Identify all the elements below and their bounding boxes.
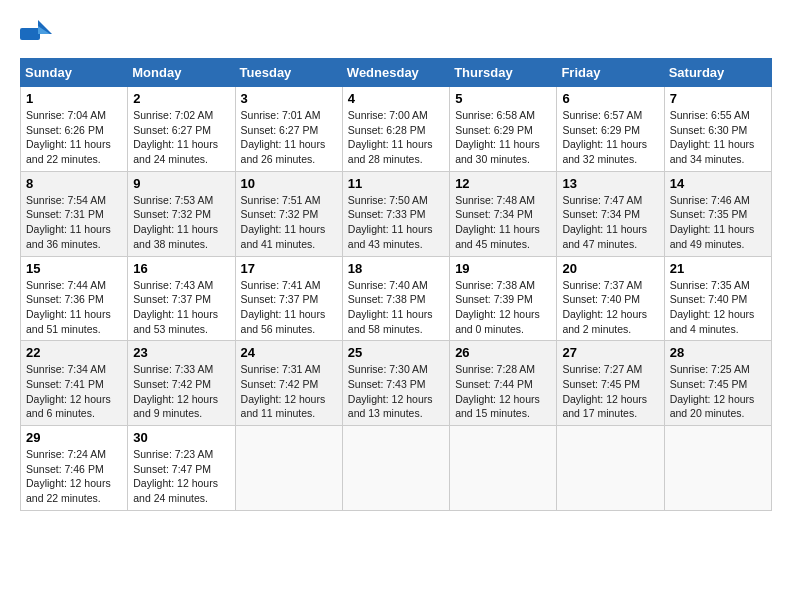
day-number: 24 — [241, 345, 337, 360]
day-info: Sunrise: 7:51 AM Sunset: 7:32 PM Dayligh… — [241, 193, 337, 252]
calendar-cell — [664, 426, 771, 511]
day-info: Sunrise: 7:35 AM Sunset: 7:40 PM Dayligh… — [670, 278, 766, 337]
day-info: Sunrise: 7:01 AM Sunset: 6:27 PM Dayligh… — [241, 108, 337, 167]
day-of-week-header: Thursday — [450, 59, 557, 87]
day-of-week-header: Tuesday — [235, 59, 342, 87]
day-info: Sunrise: 7:02 AM Sunset: 6:27 PM Dayligh… — [133, 108, 229, 167]
calendar-cell: 7Sunrise: 6:55 AM Sunset: 6:30 PM Daylig… — [664, 87, 771, 172]
day-info: Sunrise: 7:27 AM Sunset: 7:45 PM Dayligh… — [562, 362, 658, 421]
day-of-week-header: Monday — [128, 59, 235, 87]
day-number: 14 — [670, 176, 766, 191]
day-number: 21 — [670, 261, 766, 276]
day-number: 19 — [455, 261, 551, 276]
calendar-week-row: 15Sunrise: 7:44 AM Sunset: 7:36 PM Dayli… — [21, 256, 772, 341]
day-number: 5 — [455, 91, 551, 106]
day-of-week-header: Saturday — [664, 59, 771, 87]
svg-rect-0 — [20, 28, 40, 40]
calendar-cell: 18Sunrise: 7:40 AM Sunset: 7:38 PM Dayli… — [342, 256, 449, 341]
day-info: Sunrise: 6:58 AM Sunset: 6:29 PM Dayligh… — [455, 108, 551, 167]
calendar-cell: 26Sunrise: 7:28 AM Sunset: 7:44 PM Dayli… — [450, 341, 557, 426]
day-number: 18 — [348, 261, 444, 276]
day-number: 17 — [241, 261, 337, 276]
day-info: Sunrise: 6:55 AM Sunset: 6:30 PM Dayligh… — [670, 108, 766, 167]
day-number: 20 — [562, 261, 658, 276]
calendar-cell: 3Sunrise: 7:01 AM Sunset: 6:27 PM Daylig… — [235, 87, 342, 172]
day-info: Sunrise: 7:33 AM Sunset: 7:42 PM Dayligh… — [133, 362, 229, 421]
day-info: Sunrise: 7:53 AM Sunset: 7:32 PM Dayligh… — [133, 193, 229, 252]
calendar-cell — [342, 426, 449, 511]
calendar-cell: 6Sunrise: 6:57 AM Sunset: 6:29 PM Daylig… — [557, 87, 664, 172]
day-info: Sunrise: 7:43 AM Sunset: 7:37 PM Dayligh… — [133, 278, 229, 337]
day-info: Sunrise: 7:37 AM Sunset: 7:40 PM Dayligh… — [562, 278, 658, 337]
calendar-cell: 24Sunrise: 7:31 AM Sunset: 7:42 PM Dayli… — [235, 341, 342, 426]
day-info: Sunrise: 7:48 AM Sunset: 7:34 PM Dayligh… — [455, 193, 551, 252]
calendar-cell: 8Sunrise: 7:54 AM Sunset: 7:31 PM Daylig… — [21, 171, 128, 256]
day-number: 29 — [26, 430, 122, 445]
day-info: Sunrise: 7:40 AM Sunset: 7:38 PM Dayligh… — [348, 278, 444, 337]
calendar-cell: 9Sunrise: 7:53 AM Sunset: 7:32 PM Daylig… — [128, 171, 235, 256]
calendar-cell: 25Sunrise: 7:30 AM Sunset: 7:43 PM Dayli… — [342, 341, 449, 426]
calendar-cell: 5Sunrise: 6:58 AM Sunset: 6:29 PM Daylig… — [450, 87, 557, 172]
calendar-cell: 14Sunrise: 7:46 AM Sunset: 7:35 PM Dayli… — [664, 171, 771, 256]
day-info: Sunrise: 7:24 AM Sunset: 7:46 PM Dayligh… — [26, 447, 122, 506]
calendar-cell: 4Sunrise: 7:00 AM Sunset: 6:28 PM Daylig… — [342, 87, 449, 172]
calendar-cell: 20Sunrise: 7:37 AM Sunset: 7:40 PM Dayli… — [557, 256, 664, 341]
day-number: 22 — [26, 345, 122, 360]
calendar-week-row: 22Sunrise: 7:34 AM Sunset: 7:41 PM Dayli… — [21, 341, 772, 426]
logo — [20, 20, 56, 48]
calendar-header-row: SundayMondayTuesdayWednesdayThursdayFrid… — [21, 59, 772, 87]
header — [20, 20, 772, 48]
day-number: 26 — [455, 345, 551, 360]
calendar-cell: 19Sunrise: 7:38 AM Sunset: 7:39 PM Dayli… — [450, 256, 557, 341]
calendar-cell: 1Sunrise: 7:04 AM Sunset: 6:26 PM Daylig… — [21, 87, 128, 172]
day-number: 3 — [241, 91, 337, 106]
day-number: 10 — [241, 176, 337, 191]
day-info: Sunrise: 7:41 AM Sunset: 7:37 PM Dayligh… — [241, 278, 337, 337]
calendar-cell: 28Sunrise: 7:25 AM Sunset: 7:45 PM Dayli… — [664, 341, 771, 426]
day-number: 30 — [133, 430, 229, 445]
day-of-week-header: Sunday — [21, 59, 128, 87]
day-info: Sunrise: 7:44 AM Sunset: 7:36 PM Dayligh… — [26, 278, 122, 337]
calendar-cell — [450, 426, 557, 511]
calendar-cell: 27Sunrise: 7:27 AM Sunset: 7:45 PM Dayli… — [557, 341, 664, 426]
calendar-week-row: 29Sunrise: 7:24 AM Sunset: 7:46 PM Dayli… — [21, 426, 772, 511]
day-number: 13 — [562, 176, 658, 191]
day-info: Sunrise: 7:25 AM Sunset: 7:45 PM Dayligh… — [670, 362, 766, 421]
calendar-week-row: 8Sunrise: 7:54 AM Sunset: 7:31 PM Daylig… — [21, 171, 772, 256]
day-info: Sunrise: 7:28 AM Sunset: 7:44 PM Dayligh… — [455, 362, 551, 421]
calendar-cell: 29Sunrise: 7:24 AM Sunset: 7:46 PM Dayli… — [21, 426, 128, 511]
day-info: Sunrise: 7:04 AM Sunset: 6:26 PM Dayligh… — [26, 108, 122, 167]
day-info: Sunrise: 7:47 AM Sunset: 7:34 PM Dayligh… — [562, 193, 658, 252]
day-number: 23 — [133, 345, 229, 360]
calendar-cell: 10Sunrise: 7:51 AM Sunset: 7:32 PM Dayli… — [235, 171, 342, 256]
day-info: Sunrise: 7:38 AM Sunset: 7:39 PM Dayligh… — [455, 278, 551, 337]
calendar-cell: 11Sunrise: 7:50 AM Sunset: 7:33 PM Dayli… — [342, 171, 449, 256]
day-number: 2 — [133, 91, 229, 106]
calendar-cell: 30Sunrise: 7:23 AM Sunset: 7:47 PM Dayli… — [128, 426, 235, 511]
day-of-week-header: Friday — [557, 59, 664, 87]
day-number: 27 — [562, 345, 658, 360]
day-number: 12 — [455, 176, 551, 191]
day-info: Sunrise: 7:54 AM Sunset: 7:31 PM Dayligh… — [26, 193, 122, 252]
day-info: Sunrise: 7:46 AM Sunset: 7:35 PM Dayligh… — [670, 193, 766, 252]
day-number: 7 — [670, 91, 766, 106]
day-of-week-header: Wednesday — [342, 59, 449, 87]
day-info: Sunrise: 7:34 AM Sunset: 7:41 PM Dayligh… — [26, 362, 122, 421]
day-number: 11 — [348, 176, 444, 191]
day-number: 9 — [133, 176, 229, 191]
calendar-cell: 17Sunrise: 7:41 AM Sunset: 7:37 PM Dayli… — [235, 256, 342, 341]
logo-icon — [20, 20, 52, 48]
day-info: Sunrise: 7:31 AM Sunset: 7:42 PM Dayligh… — [241, 362, 337, 421]
day-number: 15 — [26, 261, 122, 276]
day-number: 28 — [670, 345, 766, 360]
day-info: Sunrise: 6:57 AM Sunset: 6:29 PM Dayligh… — [562, 108, 658, 167]
calendar-cell: 12Sunrise: 7:48 AM Sunset: 7:34 PM Dayli… — [450, 171, 557, 256]
calendar-cell: 13Sunrise: 7:47 AM Sunset: 7:34 PM Dayli… — [557, 171, 664, 256]
calendar-cell — [235, 426, 342, 511]
calendar-cell: 2Sunrise: 7:02 AM Sunset: 6:27 PM Daylig… — [128, 87, 235, 172]
calendar-week-row: 1Sunrise: 7:04 AM Sunset: 6:26 PM Daylig… — [21, 87, 772, 172]
calendar-cell — [557, 426, 664, 511]
day-number: 4 — [348, 91, 444, 106]
calendar-cell: 21Sunrise: 7:35 AM Sunset: 7:40 PM Dayli… — [664, 256, 771, 341]
calendar-table: SundayMondayTuesdayWednesdayThursdayFrid… — [20, 58, 772, 511]
